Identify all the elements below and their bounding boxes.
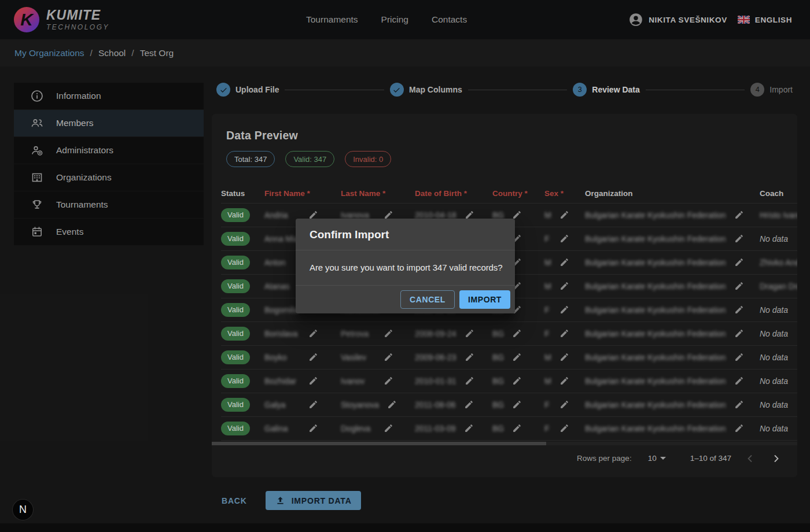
dev-overlay-badge[interactable]: N	[13, 500, 33, 520]
dialog-message: Are you sure you want to import 347 vali…	[310, 263, 503, 272]
import-button[interactable]: IMPORT	[459, 290, 510, 309]
cancel-button[interactable]: CANCEL	[400, 290, 455, 309]
dialog-header: Confirm Import	[296, 219, 515, 250]
dev-overlay-letter: N	[19, 504, 27, 516]
dialog-title: Confirm Import	[310, 228, 501, 241]
dialog-body: Are you sure you want to import 347 vali…	[296, 250, 515, 286]
confirm-import-dialog: Confirm Import Are you sure you want to …	[296, 219, 515, 313]
dialog-actions: CANCEL IMPORT	[296, 286, 515, 313]
